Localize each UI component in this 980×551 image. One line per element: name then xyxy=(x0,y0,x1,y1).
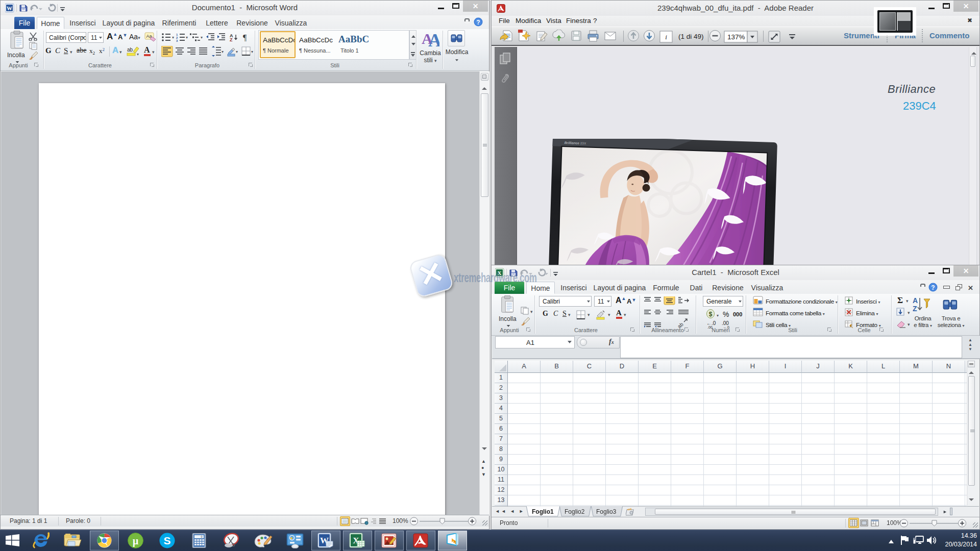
svg-text:▾: ▾ xyxy=(186,35,188,40)
svg-text:▾: ▾ xyxy=(222,49,224,54)
svg-text:A: A xyxy=(428,31,439,48)
svg-text:ab: ab xyxy=(127,47,133,53)
svg-text:▾: ▾ xyxy=(201,35,203,40)
svg-text:%: % xyxy=(723,310,729,318)
svg-text:3: 3 xyxy=(176,39,178,42)
svg-text:▾: ▾ xyxy=(251,49,253,54)
svg-text:?: ? xyxy=(931,284,935,291)
svg-text:▾: ▾ xyxy=(172,35,174,40)
svg-text:(1 di 49): (1 di 49) xyxy=(678,33,704,40)
svg-text:i: i xyxy=(665,33,667,41)
svg-text:137%: 137% xyxy=(727,33,745,41)
svg-text:µ: µ xyxy=(133,535,139,547)
svg-text:Z: Z xyxy=(230,37,233,42)
svg-text:¶: ¶ xyxy=(243,33,247,42)
svg-text:▾: ▾ xyxy=(717,313,719,318)
svg-text:$: $ xyxy=(709,311,713,318)
svg-text:Z: Z xyxy=(913,305,917,313)
svg-text:Brilliance 23X: Brilliance 23X xyxy=(565,141,587,145)
svg-text:▾: ▾ xyxy=(137,52,139,57)
svg-text:0: 0 xyxy=(201,535,202,538)
svg-text:▾: ▾ xyxy=(236,49,238,54)
svg-text:?: ? xyxy=(476,19,480,26)
svg-text:000: 000 xyxy=(733,311,742,317)
svg-text:S: S xyxy=(163,535,170,546)
svg-text:A: A xyxy=(913,296,918,305)
